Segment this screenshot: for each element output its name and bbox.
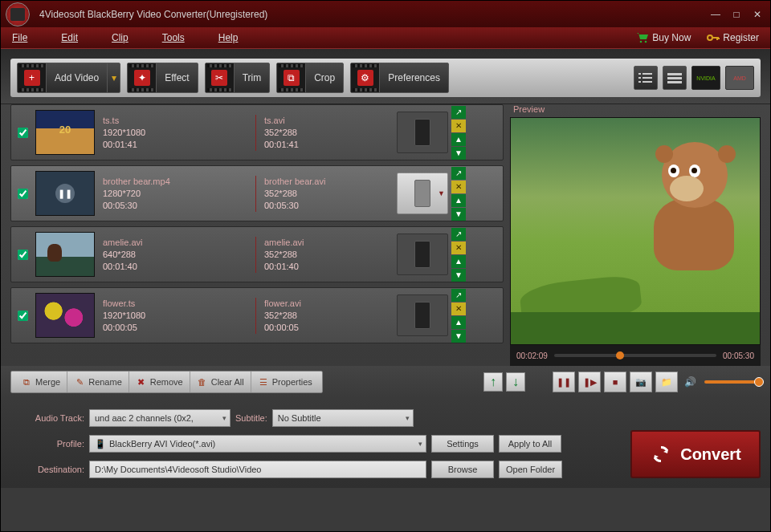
open-folder-button[interactable]: Open Folder [499, 461, 562, 478]
clear-all-button[interactable]: 🗑Clear All [190, 372, 251, 392]
input-resolution: 1280*720 [103, 188, 255, 200]
output-resolution: 352*288 [264, 249, 397, 261]
row-checkbox[interactable] [18, 128, 28, 138]
move-up-icon[interactable]: ▲ [451, 255, 466, 268]
output-filename: brother bear.avi [264, 176, 397, 188]
move-down-icon[interactable]: ▼ [451, 147, 466, 160]
move-down-icon[interactable]: ▼ [451, 208, 466, 221]
preview-screen[interactable] [510, 117, 761, 345]
view-list-button[interactable] [634, 66, 658, 90]
browse-button[interactable]: Browse [431, 461, 494, 478]
trim-icon: ✂ [206, 63, 235, 92]
menu-tools[interactable]: Tools [162, 32, 185, 43]
effect-button[interactable]: ✦ Effect [127, 63, 198, 93]
settings-button[interactable]: Settings [431, 435, 494, 453]
row-controls: ↗ ✕ ▲ ▼ [451, 289, 466, 343]
properties-button[interactable]: ☰Properties [251, 372, 319, 392]
view-compact-button[interactable] [663, 66, 687, 90]
input-filename: ts.ts [103, 115, 255, 127]
pause-button[interactable]: ❚❚ [553, 372, 575, 392]
snapshot-folder-button[interactable]: 📁 [655, 372, 678, 392]
svg-point-0 [640, 41, 642, 43]
device-selector[interactable] [397, 112, 448, 153]
remove-row-icon[interactable]: ✕ [451, 242, 466, 254]
row-checkbox[interactable] [18, 311, 28, 321]
merge-button[interactable]: ⧉Merge [14, 372, 67, 392]
stop-button[interactable]: ■ [604, 372, 626, 392]
move-down-icon[interactable]: ▼ [451, 330, 466, 343]
add-video-button[interactable]: + Add Video ▾ [17, 63, 120, 93]
key-icon [707, 32, 720, 43]
amd-badge: AMD [725, 66, 754, 90]
effect-label: Effect [157, 72, 197, 83]
row-checkbox[interactable] [18, 250, 28, 260]
row-checkbox[interactable] [18, 189, 28, 199]
settings-form: Audio Track: und aac 2 channels (0x2, Su… [10, 409, 614, 478]
preferences-button[interactable]: ⚙ Preferences [350, 63, 449, 93]
snapshot-button[interactable]: 📷 [630, 372, 652, 392]
trim-button[interactable]: ✂ Trim [205, 63, 271, 93]
move-up-icon[interactable]: ▲ [451, 316, 466, 329]
device-selector[interactable]: ▼ [397, 173, 448, 214]
remove-row-icon[interactable]: ✕ [451, 181, 466, 193]
file-row[interactable]: ❚❚ brother bear.mp4 1280*720 00:05:30 br… [10, 165, 504, 221]
buy-now-link[interactable]: Buy Now [636, 32, 691, 43]
remove-row-icon[interactable]: ✕ [451, 303, 466, 315]
input-duration: 00:01:41 [103, 139, 255, 151]
nvidia-badge: NVIDIA [691, 66, 720, 90]
menu-help[interactable]: Help [218, 32, 239, 43]
destination-label: Destination: [10, 465, 84, 474]
window-title: 4Videosoft BlackBerry Video Converter(Un… [39, 9, 703, 20]
profile-select[interactable]: 📱BlackBerry AVI Video(*.avi) [89, 435, 426, 453]
subtitle-label: Subtitle: [235, 413, 267, 423]
add-video-dropdown[interactable]: ▾ [107, 63, 120, 92]
svg-rect-8 [642, 81, 652, 83]
move-up-button[interactable]: ↑ [483, 372, 503, 392]
settings-area: Audio Track: und aac 2 channels (0x2, Su… [1, 398, 770, 488]
merge-icon: ⧉ [21, 376, 32, 388]
input-info: ts.ts 1920*1080 00:01:41 [100, 115, 255, 151]
device-selector[interactable] [397, 294, 448, 336]
destination-field[interactable]: D:\My Documents\4Videosoft Studio\Video [89, 461, 426, 478]
menu-edit[interactable]: Edit [61, 32, 78, 43]
effect-icon: ✦ [128, 63, 157, 92]
rename-button[interactable]: ✎Rename [67, 372, 129, 392]
minimize-button[interactable]: — [708, 7, 724, 22]
audio-track-select[interactable]: und aac 2 channels (0x2, [89, 409, 230, 427]
input-filename: brother bear.mp4 [103, 176, 255, 188]
move-up-icon[interactable]: ▲ [451, 133, 466, 146]
svg-rect-9 [667, 73, 682, 75]
move-down-button[interactable]: ↓ [506, 372, 525, 392]
move-up-icon[interactable]: ▲ [451, 194, 466, 207]
file-row[interactable]: ts.ts 1920*1080 00:01:41 ts.avi 352*288 … [10, 104, 504, 160]
close-button[interactable]: ✕ [749, 7, 765, 22]
expand-icon[interactable]: ↗ [451, 289, 466, 302]
register-link[interactable]: Register [707, 32, 759, 43]
thumbnail: ❚❚ [35, 171, 95, 216]
preferences-label: Preferences [380, 72, 448, 83]
move-down-icon[interactable]: ▼ [451, 269, 466, 282]
seek-bar[interactable] [554, 354, 716, 357]
svg-rect-10 [667, 77, 682, 79]
svg-rect-3 [638, 73, 641, 75]
output-filename: amelie.avi [264, 237, 397, 249]
crop-button[interactable]: ⧉ Crop [276, 63, 344, 93]
maximize-button[interactable]: □ [728, 7, 744, 22]
preview-label: Preview [510, 104, 761, 117]
menu-file[interactable]: File [12, 32, 27, 43]
main-area: ts.ts 1920*1080 00:01:41 ts.avi 352*288 … [1, 104, 770, 366]
volume-slider[interactable] [704, 380, 761, 384]
file-row[interactable]: amelie.avi 640*288 00:01:40 amelie.avi 3… [10, 226, 504, 282]
apply-all-button[interactable]: Apply to All [499, 435, 561, 453]
step-button[interactable]: ❚▶ [578, 372, 601, 392]
menu-clip[interactable]: Clip [112, 32, 128, 43]
device-selector[interactable] [397, 234, 448, 275]
expand-icon[interactable]: ↗ [451, 106, 466, 119]
subtitle-select[interactable]: No Subtitle [272, 409, 414, 427]
file-row[interactable]: flower.ts 1920*1080 00:00:05 flower.avi … [10, 287, 504, 343]
convert-button[interactable]: Convert [630, 430, 761, 478]
expand-icon[interactable]: ↗ [451, 228, 466, 241]
remove-row-icon[interactable]: ✕ [451, 120, 466, 132]
expand-icon[interactable]: ↗ [451, 167, 466, 180]
remove-button[interactable]: ✖Remove [129, 372, 190, 392]
